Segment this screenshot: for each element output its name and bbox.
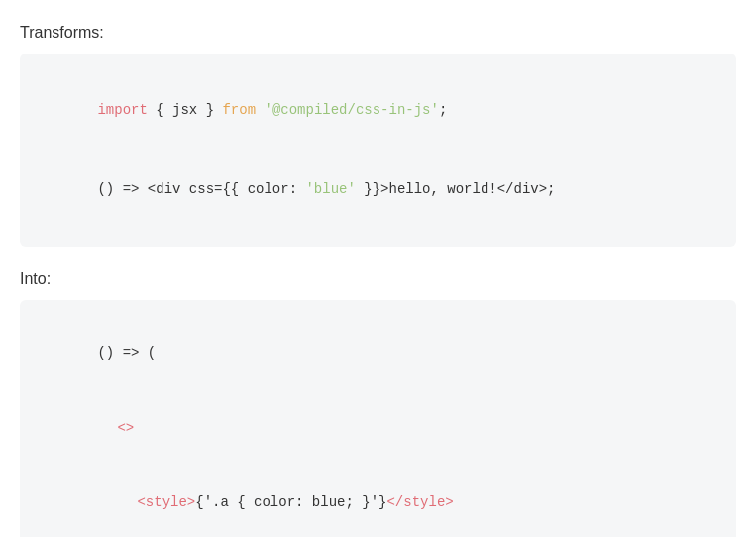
import-keyword: import (97, 102, 147, 118)
style-content: {'.a { color: blue; }'} (195, 494, 386, 510)
style-close: </style> (386, 494, 453, 510)
style-open: <style> (137, 494, 195, 510)
into-line-2: <> (67, 391, 708, 467)
arrow-fn-end: }}>hello, world!</div>; (356, 181, 556, 197)
transforms-line-2: () => <div css={{ color: 'blue' }}>hello… (48, 153, 708, 228)
fragment-open: <> (117, 420, 134, 436)
transforms-section: Transforms: import { jsx } from '@compil… (20, 24, 736, 247)
transforms-label: Transforms: (20, 24, 736, 42)
transforms-code-block: import { jsx } from '@compiled/css-in-js… (20, 54, 736, 247)
transforms-line-1: import { jsx } from '@compiled/css-in-js… (48, 73, 708, 149)
into-section: Into: () => ( <> <style>{'.a { color: bl… (20, 270, 736, 537)
import-path-string: '@compiled/css-in-js' (264, 102, 438, 118)
color-value-string: 'blue' (305, 181, 355, 197)
into-line-3: <style>{'.a { color: blue; }'}</style> (87, 466, 708, 537)
from-keyword: from (222, 102, 256, 118)
into-line-1: () => ( (48, 316, 708, 391)
plain-text-1: { jsx } (148, 102, 223, 118)
into-arrow-fn: () => ( (97, 345, 156, 361)
into-code-block: () => ( <> <style>{'.a { color: blue; }'… (20, 300, 736, 537)
into-label: Into: (20, 270, 736, 288)
arrow-fn-1: () => <div css={{ color: (97, 181, 305, 197)
semicolon-1: ; (439, 102, 447, 118)
